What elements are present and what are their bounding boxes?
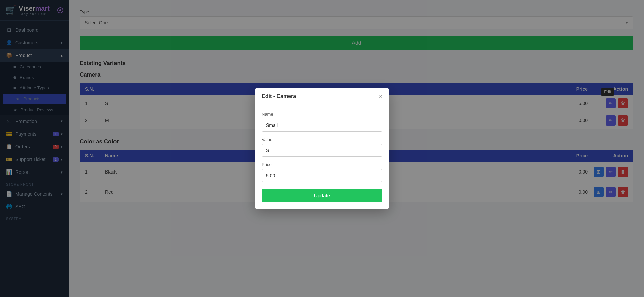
modal-overlay[interactable]: Edit - Camera × Name Value Price Update (0, 0, 644, 297)
modal-close-button[interactable]: × (379, 93, 382, 99)
update-button[interactable]: Update (262, 189, 382, 202)
modal-price-field: Price (262, 162, 382, 182)
modal-price-label: Price (262, 162, 382, 167)
modal-name-label: Name (262, 112, 382, 117)
modal-price-input[interactable] (262, 169, 382, 182)
modal-value-input[interactable] (262, 144, 382, 157)
modal-title: Edit - Camera (262, 93, 296, 99)
modal-name-field: Name (262, 112, 382, 132)
modal-value-label: Value (262, 137, 382, 142)
modal-value-field: Value (262, 137, 382, 157)
modal-name-input[interactable] (262, 119, 382, 132)
edit-camera-modal: Edit - Camera × Name Value Price Update (255, 88, 389, 209)
modal-body: Name Value Price Update (255, 105, 389, 209)
modal-header: Edit - Camera × (255, 88, 389, 105)
